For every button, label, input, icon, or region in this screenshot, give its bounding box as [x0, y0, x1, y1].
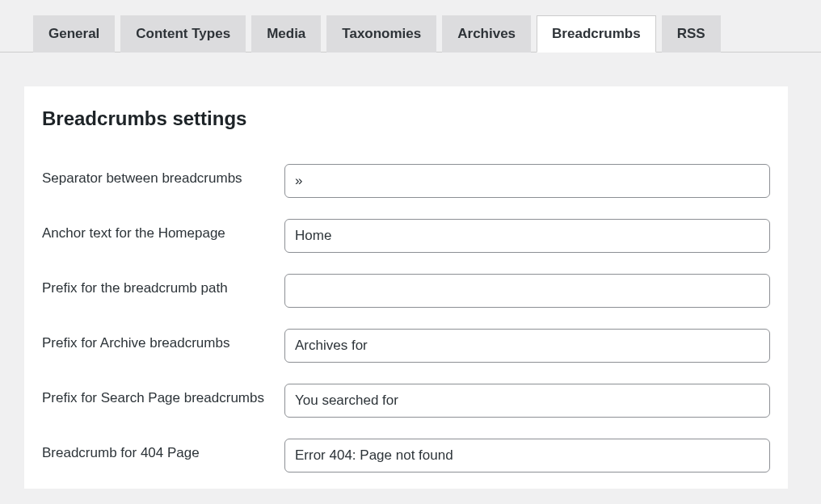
input-404[interactable]	[284, 439, 770, 472]
tab-archives[interactable]: Archives	[442, 15, 531, 52]
panel-heading: Breadcrumbs settings	[42, 107, 770, 130]
tab-rss[interactable]: RSS	[662, 15, 721, 52]
tabs-nav: General Content Types Media Taxonomies A…	[0, 0, 821, 52]
input-path-prefix[interactable]	[284, 274, 770, 308]
field-row-path-prefix: Prefix for the breadcrumb path	[42, 274, 770, 308]
field-row-search-prefix: Prefix for Search Page breadcrumbs	[42, 384, 770, 418]
label-404: Breadcrumb for 404 Page	[42, 439, 284, 463]
input-search-prefix[interactable]	[284, 384, 770, 418]
label-homepage-anchor: Anchor text for the Homepage	[42, 219, 284, 243]
tab-content-types[interactable]: Content Types	[120, 15, 246, 52]
tab-media[interactable]: Media	[251, 15, 321, 52]
settings-panel: Breadcrumbs settings Separator between b…	[24, 86, 788, 489]
field-row-404: Breadcrumb for 404 Page	[42, 439, 770, 472]
label-search-prefix: Prefix for Search Page breadcrumbs	[42, 384, 284, 408]
field-row-separator: Separator between breadcrumbs	[42, 164, 770, 198]
label-archive-prefix: Prefix for Archive breadcrumbs	[42, 329, 284, 353]
label-separator: Separator between breadcrumbs	[42, 164, 284, 188]
input-archive-prefix[interactable]	[284, 329, 770, 363]
input-separator[interactable]	[284, 164, 770, 198]
tab-general[interactable]: General	[33, 15, 115, 52]
tab-taxonomies[interactable]: Taxonomies	[326, 15, 436, 52]
field-row-homepage-anchor: Anchor text for the Homepage	[42, 219, 770, 253]
label-path-prefix: Prefix for the breadcrumb path	[42, 274, 284, 298]
tab-breadcrumbs[interactable]: Breadcrumbs	[537, 15, 656, 52]
input-homepage-anchor[interactable]	[284, 219, 770, 253]
field-row-archive-prefix: Prefix for Archive breadcrumbs	[42, 329, 770, 363]
